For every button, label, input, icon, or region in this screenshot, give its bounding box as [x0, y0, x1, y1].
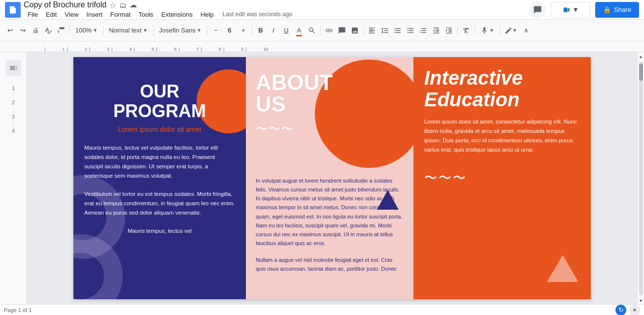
comment-button[interactable] — [529, 1, 546, 18]
clear-formatting-button[interactable] — [460, 24, 472, 37]
page-line-indicator — [13, 92, 14, 99]
unordered-list-button[interactable] — [405, 24, 416, 37]
separator4 — [207, 26, 207, 35]
font-size-value[interactable]: 6 — [223, 27, 237, 34]
ordered-list-button[interactable] — [417, 24, 429, 37]
formatting-toolbar: ↩ ↪ 🖨 100% ▼ Normal text ▼ Josefin Sans … — [0, 20, 644, 41]
scroll-down-button[interactable]: ▼ — [638, 297, 644, 304]
separator6 — [320, 26, 321, 35]
vertical-scrollbar[interactable]: ▲ ▼ — [637, 52, 644, 304]
underline-button[interactable]: U — [280, 24, 292, 37]
bottom-bar: Page 1 of 1 ↻ + — [0, 304, 644, 315]
menu-extensions[interactable]: Extensions — [157, 10, 197, 19]
left-panel-body3: Mauris tempus, lectus vel — [128, 226, 192, 236]
svg-marker-1 — [567, 7, 570, 12]
separator2 — [103, 26, 103, 35]
left-panel: OUR PROGRAM Lorem ipsum dolor sit amet M… — [73, 57, 246, 299]
right-wavy: 〜〜〜 — [424, 169, 580, 187]
font-size-increase[interactable]: + — [237, 24, 249, 37]
bold-button[interactable]: B — [255, 24, 267, 37]
separator5 — [252, 26, 252, 35]
separator8 — [457, 26, 458, 35]
left-panel-subtitle: Lorem ipsum dolor sit amet — [118, 126, 202, 133]
separator3 — [153, 26, 154, 35]
topbar: Copy of Brochure trifold ☆ 🗂 ☁ File Edit… — [0, 0, 644, 20]
separator7 — [363, 26, 364, 35]
italic-button[interactable]: I — [268, 24, 279, 37]
paint-format-button[interactable] — [55, 24, 67, 37]
checklist-button[interactable] — [392, 24, 404, 37]
font-dropdown[interactable]: Josefin Sans ▼ — [156, 24, 204, 37]
left-panel-title: OUR PROGRAM — [113, 82, 206, 121]
right-triangle — [547, 255, 578, 282]
style-dropdown[interactable]: Normal text ▼ — [106, 24, 150, 37]
scroll-up-button[interactable]: ▲ — [638, 53, 644, 60]
middle-panel-title: ABOUT US — [256, 72, 404, 115]
star-icon[interactable]: ☆ — [109, 0, 116, 10]
scroll-track[interactable] — [639, 62, 643, 295]
zoom-chevron: ▼ — [93, 28, 98, 33]
left-panel-body2: Vestibulum vel tortor eu est tempus soda… — [84, 189, 235, 218]
share-lock-icon: 🔒 — [603, 6, 611, 13]
align-button[interactable] — [366, 24, 378, 37]
menu-file[interactable]: File — [24, 10, 42, 19]
comment-inline-button[interactable] — [336, 24, 348, 37]
right-actions: ▼ 🔒 Share — [529, 1, 639, 18]
ruler: | 1 | 2 | 3 | 4 | 5 | 6 | 7 | 8 | 9 | 10 — [0, 41, 644, 52]
page-number-indicator4: 4 — [12, 128, 15, 134]
menu-edit[interactable]: Edit — [42, 10, 61, 19]
menu-tools[interactable]: Tools — [135, 10, 157, 19]
refresh-circle-button[interactable]: ↻ — [615, 305, 626, 315]
share-label: Share — [614, 6, 631, 13]
bottom-right: ↻ + — [615, 305, 640, 315]
zoom-in-button[interactable]: + — [629, 305, 640, 315]
highlight-button[interactable] — [306, 24, 318, 37]
doc-canvas[interactable]: OUR PROGRAM Lorem ipsum dolor sit amet M… — [27, 52, 637, 304]
right-panel-title: Interactive Education — [424, 67, 580, 110]
separator9 — [475, 26, 475, 35]
page-number-indicator: 1 — [12, 86, 15, 91]
spellcheck-button[interactable] — [42, 24, 54, 37]
middle-panel-body2: Nullam a augue vel nisl molestie feugiat… — [256, 255, 404, 273]
outline-icon[interactable] — [5, 60, 21, 76]
page-line-indicator2 — [13, 106, 14, 113]
menu-view[interactable]: View — [61, 10, 82, 19]
expand-toolbar-button[interactable]: ∧ — [520, 24, 532, 37]
voice-input-dropdown[interactable]: ▼ — [477, 24, 497, 37]
menu-help[interactable]: Help — [197, 10, 218, 19]
left-sidebar: 1 2 3 4 — [0, 52, 27, 304]
style-chevron: ▼ — [143, 28, 148, 33]
doc-title[interactable]: Copy of Brochure trifold — [24, 0, 106, 9]
doc-title-area: Copy of Brochure trifold ☆ 🗂 ☁ File Edit… — [24, 0, 526, 19]
meet-button[interactable]: ▼ — [551, 2, 590, 18]
page-info: Page 1 of 1 — [4, 307, 32, 313]
cloud-icon[interactable]: ☁ — [130, 0, 137, 9]
editing-mode-button[interactable]: ▼ — [503, 24, 519, 37]
undo-button[interactable]: ↩ — [4, 24, 16, 37]
folder-icon[interactable]: 🗂 — [119, 1, 127, 9]
page-number-indicator2: 2 — [12, 100, 15, 105]
link-button[interactable] — [323, 24, 335, 37]
redo-button[interactable]: ↪ — [17, 24, 29, 37]
scroll-thumb[interactable] — [639, 63, 643, 81]
line-spacing-button[interactable] — [379, 24, 391, 37]
separator10 — [500, 26, 500, 35]
share-button[interactable]: 🔒 Share — [595, 2, 639, 18]
text-color-button[interactable]: A — [293, 24, 305, 37]
separator1 — [69, 26, 70, 35]
page-number-indicator3: 3 — [12, 114, 15, 120]
decrease-indent-button[interactable] — [430, 24, 442, 37]
font-size-decrease[interactable]: − — [210, 24, 222, 37]
last-edit-status: Last edit was seconds ago — [223, 11, 292, 18]
svg-rect-0 — [564, 7, 567, 12]
print-button[interactable]: 🖨 — [30, 24, 41, 37]
zoom-dropdown[interactable]: 100% ▼ — [72, 24, 101, 37]
menu-insert[interactable]: Insert — [82, 10, 106, 19]
left-side-circle2 — [73, 234, 123, 299]
right-panel: Interactive Education Lorem ipsum dolor … — [413, 57, 591, 299]
middle-panel: ABOUT US 〜〜〜 In volutpat augue et lorem … — [246, 57, 413, 299]
middle-panel-body1: In volutpat augue et lorem hendrerit sol… — [256, 176, 404, 248]
image-button[interactable] — [349, 24, 361, 37]
increase-indent-button[interactable] — [443, 24, 455, 37]
menu-format[interactable]: Format — [106, 10, 135, 19]
